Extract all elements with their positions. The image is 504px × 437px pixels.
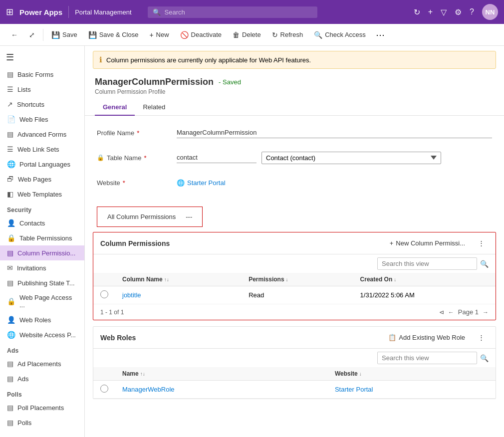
pager-first[interactable]: ⊲ bbox=[439, 309, 444, 316]
back-button[interactable]: ← bbox=[6, 28, 23, 41]
deactivate-button[interactable]: 🚫 Deactivate bbox=[175, 28, 227, 41]
sidebar-item-web-templates[interactable]: ◧ Web Templates bbox=[0, 187, 84, 202]
column-permissions-title: Column Permissions bbox=[100, 239, 381, 247]
check-access-icon: 🔍 bbox=[314, 31, 322, 39]
wr-row-checkbox[interactable] bbox=[93, 381, 115, 399]
table-row: ManagerWebRole Starter Portal bbox=[93, 381, 496, 399]
sidebar-item-advanced-forms[interactable]: ▤ Advanced Forms bbox=[0, 127, 84, 142]
wr-row-website[interactable]: Starter Portal bbox=[328, 381, 496, 399]
shortcuts-icon: ↗ bbox=[7, 100, 13, 108]
sidebar-hamburger[interactable]: ☰ bbox=[0, 48, 84, 67]
column-permissions-more-button[interactable]: ⋮ bbox=[474, 237, 489, 249]
record-name: ManagerColumnPermission bbox=[95, 77, 214, 87]
wr-row-name[interactable]: ManagerWebRole bbox=[115, 381, 328, 399]
global-search-input[interactable] bbox=[165, 8, 312, 16]
delete-button[interactable]: 🗑 Delete bbox=[228, 28, 266, 41]
web-roles-name-header[interactable]: Name ↑↓ bbox=[115, 367, 328, 381]
restore-button[interactable]: ⤢ bbox=[24, 28, 40, 41]
toolbar-more-button[interactable]: ⋯ bbox=[372, 27, 389, 43]
website-link[interactable]: 🌐 Starter Portal bbox=[177, 179, 492, 187]
web-roles-search-input[interactable] bbox=[377, 352, 477, 364]
refresh-button[interactable]: ↻ Refresh bbox=[267, 28, 308, 41]
web-roles-search-icon[interactable]: 🔍 bbox=[480, 354, 489, 362]
sidebar-item-web-pages[interactable]: 🗗 Web Pages bbox=[0, 172, 84, 187]
help-icon[interactable]: ? bbox=[470, 7, 474, 16]
col-perm-search-input[interactable] bbox=[377, 257, 477, 270]
sidebar-item-publishing-state[interactable]: ▤ Publishing State T... bbox=[0, 275, 84, 290]
check-access-label: Check Access bbox=[325, 31, 366, 38]
sidebar-item-ads[interactable]: ▤ Ads bbox=[0, 371, 84, 386]
grid-icon[interactable]: ⊞ bbox=[6, 6, 13, 17]
col-perm-created-on-header[interactable]: Created On ↓ bbox=[353, 273, 496, 286]
sidebar-item-basic-forms[interactable]: ▤ Basic Forms bbox=[0, 67, 84, 82]
sidebar-label-web-pages: Web Pages bbox=[18, 176, 51, 183]
recent-icon[interactable]: ↻ bbox=[414, 7, 420, 17]
new-column-permission-button[interactable]: + New Column Permissi... bbox=[386, 237, 469, 249]
tab-general[interactable]: General bbox=[95, 99, 135, 116]
sidebar-item-poll-placements[interactable]: ▤ Poll Placements bbox=[0, 400, 84, 415]
add-icon[interactable]: + bbox=[428, 7, 433, 16]
profile-name-field[interactable]: ManagerColumnPermission bbox=[177, 127, 492, 138]
save-close-icon: 💾 bbox=[88, 31, 97, 39]
sidebar-item-column-permissions[interactable]: ▤ Column Permissio... bbox=[0, 245, 84, 260]
filter-icon[interactable]: ▽ bbox=[441, 7, 447, 17]
sidebar-item-polls[interactable]: ▤ Polls bbox=[0, 415, 84, 430]
sidebar-label-web-page-access: Web Page Access ... bbox=[19, 294, 77, 309]
portal-languages-icon: 🌐 bbox=[7, 160, 15, 168]
sidebar-label-ad-placements: Ad Placements bbox=[17, 360, 61, 368]
ads-icon: ▤ bbox=[7, 375, 13, 383]
pager-prev[interactable]: ← bbox=[448, 309, 454, 316]
col-perm-permissions-header[interactable]: Permissions ↓ bbox=[242, 273, 353, 286]
new-button[interactable]: + New bbox=[144, 28, 174, 41]
web-link-sets-icon: ☰ bbox=[7, 145, 13, 153]
sidebar-item-web-link-sets[interactable]: ☰ Web Link Sets bbox=[0, 142, 84, 157]
sidebar-label-contacts: Contacts bbox=[19, 219, 45, 227]
web-roles-more-button[interactable]: ⋮ bbox=[474, 332, 489, 343]
sidebar-item-web-files[interactable]: 📄 Web Files bbox=[0, 112, 84, 127]
sidebar-item-web-roles[interactable]: 👤 Web Roles bbox=[0, 312, 84, 327]
website-value: 🌐 Starter Portal bbox=[177, 179, 492, 187]
sidebar-item-website-access[interactable]: 🌐 Website Access P... bbox=[0, 327, 84, 342]
sidebar-item-lists[interactable]: ☰ Lists bbox=[0, 82, 84, 97]
sidebar-item-table-permissions[interactable]: 🔒 Table Permissions bbox=[0, 230, 84, 245]
sidebar-item-contacts[interactable]: 👤 Contacts bbox=[0, 216, 84, 230]
add-web-role-button[interactable]: 📋 Add Existing Web Role bbox=[384, 332, 469, 343]
table-name-required: * bbox=[144, 154, 146, 162]
save-close-button[interactable]: 💾 Save & Close bbox=[83, 28, 144, 41]
sidebar-label-web-templates: Web Templates bbox=[17, 191, 62, 198]
table-name-select[interactable]: Contact (contact) bbox=[261, 152, 441, 164]
row-column-name[interactable]: jobtitle bbox=[115, 286, 242, 304]
pager-next[interactable]: → bbox=[483, 309, 489, 316]
web-roles-name-sort: ↑↓ bbox=[140, 371, 145, 377]
publishing-state-icon: ▤ bbox=[7, 279, 13, 287]
column-permissions-subgrid: Column Permissions + New Column Permissi… bbox=[93, 232, 496, 320]
record-subtitle: Column Permission Profile bbox=[95, 88, 494, 95]
website-globe-icon: 🌐 bbox=[177, 179, 185, 187]
row-checkbox[interactable] bbox=[93, 286, 115, 304]
basic-forms-icon: ▤ bbox=[7, 70, 13, 78]
contacts-icon: 👤 bbox=[7, 219, 15, 227]
sidebar-label-lists: Lists bbox=[17, 86, 31, 93]
sidebar-item-shortcuts[interactable]: ↗ Shortcuts bbox=[0, 97, 84, 112]
tab-related[interactable]: Related bbox=[135, 99, 173, 116]
sidebar-label-website-access: Website Access P... bbox=[19, 331, 76, 339]
settings-icon[interactable]: ⚙ bbox=[455, 7, 462, 17]
save-button[interactable]: 💾 Save bbox=[46, 28, 82, 41]
table-name-field[interactable]: contact bbox=[177, 152, 256, 163]
lists-icon: ☰ bbox=[7, 85, 13, 93]
avatar[interactable]: NN bbox=[482, 4, 498, 20]
invitations-icon: ✉ bbox=[7, 264, 13, 272]
website-link-text: Starter Portal bbox=[187, 179, 226, 187]
sidebar-item-ad-placements[interactable]: ▤ Ad Placements bbox=[0, 356, 84, 371]
check-access-button[interactable]: 🔍 Check Access bbox=[309, 28, 371, 41]
profile-name-value: ManagerColumnPermission bbox=[177, 127, 492, 138]
sidebar-label-invitations: Invitations bbox=[17, 264, 46, 272]
sidebar-item-invitations[interactable]: ✉ Invitations bbox=[0, 260, 84, 275]
col-perm-search-icon[interactable]: 🔍 bbox=[480, 260, 489, 268]
col-perm-column-name-header[interactable]: Column Name ↑↓ bbox=[115, 273, 242, 286]
sidebar-label-web-files: Web Files bbox=[19, 116, 48, 123]
global-search-box[interactable]: 🔍 bbox=[148, 6, 317, 18]
sidebar-item-portal-languages[interactable]: 🌐 Portal Languages bbox=[0, 157, 84, 172]
sidebar-item-web-page-access[interactable]: 🔒 Web Page Access ... bbox=[0, 290, 84, 312]
web-roles-website-header[interactable]: Website ↓ bbox=[328, 367, 496, 381]
